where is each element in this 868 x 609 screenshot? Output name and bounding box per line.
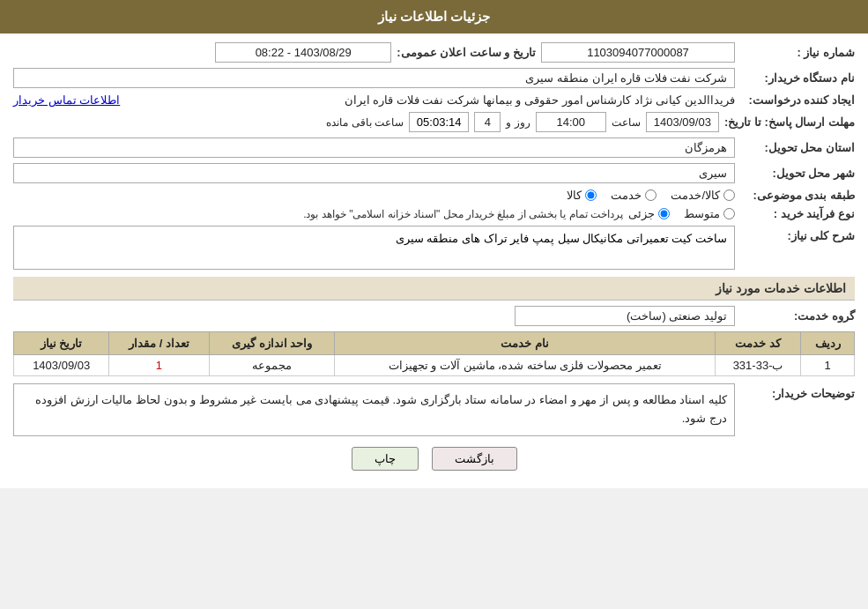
radio-kala[interactable] [585,189,597,201]
radio-service[interactable] [645,189,657,201]
kala-service-label: کالا/خدمت [671,189,720,202]
city-label: شهر محل تحویل: [740,167,855,180]
print-button[interactable]: چاپ [352,447,419,471]
deadline-days-value: 4 [474,112,501,132]
process-note: پرداخت تمام یا بخشی از مبلغ خریدار محل "… [303,208,623,220]
province-value: هرمزگان [13,137,735,158]
service-label: خدمت [611,189,642,202]
cell-quantity: 1 [109,355,209,376]
col-quantity: تعداد / مقدار [109,332,209,355]
category-service[interactable]: خدمت [611,189,657,202]
buyer-station-value: شرکت نفت فلات قاره ایران منطقه سیری [13,68,735,88]
col-row-num: ردیف [801,332,855,355]
need-number-value: 1103094077000087 [541,42,735,63]
process-partial[interactable]: جزئی [628,207,670,220]
service-group-value: تولید صنعتی (ساخت) [515,306,735,326]
category-label: طبقه بندی موضوعی: [740,189,855,202]
deadline-date-value: 1403/09/03 [646,112,719,132]
action-buttons: بازگشت چاپ [13,447,855,471]
cell-row-num: 1 [801,355,855,376]
process-label: نوع فرآیند خرید : [740,207,855,220]
process-medium[interactable]: متوسط [684,207,735,220]
cell-need-date: 1403/09/03 [14,355,109,376]
creator-value: فریداالدین کیانی نژاد کارشناس امور حقوقی… [125,93,735,107]
buyer-station-label: نام دستگاه خریدار: [740,71,855,85]
cell-service-name: تعمیر محصولات فلزی ساخته شده، ماشین آلات… [335,355,715,376]
back-button[interactable]: بازگشت [432,447,517,471]
response-deadline-label: مهلت ارسال پاسخ: تا تاریخ: [724,115,855,129]
province-label: استان محل تحویل: [740,141,855,154]
deadline-time-label: ساعت [612,116,641,129]
category-options: کالا/خدمت خدمت کالا [567,189,735,202]
deadline-remaining-label: ساعت باقی مانده [326,116,404,129]
kala-label: کالا [567,189,582,202]
need-number-label: شماره نیاز : [740,46,855,59]
announce-time-label: تاریخ و ساعت اعلان عمومی: [397,46,536,59]
table-row: 1 ب-33-331 تعمیر محصولات فلزی ساخته شده،… [14,355,855,376]
process-options: متوسط جزئی [628,207,735,220]
deadline-days-label: روز و [506,116,530,129]
page-title: جزئیات اطلاعات نیاز [0,0,868,33]
deadline-remaining-value: 05:03:14 [409,112,470,132]
description-label: شرح کلی نیاز: [740,229,855,242]
medium-label: متوسط [684,207,720,220]
category-kala[interactable]: کالا [567,189,597,202]
services-table: ردیف کد خدمت نام خدمت واحد اندازه گیری ت… [13,331,855,376]
radio-medium[interactable] [723,208,735,219]
creator-link[interactable]: اطلاعات تماس خریدار [13,93,120,107]
radio-kala-service[interactable] [723,189,735,201]
col-need-date: تاریخ نیاز [14,332,109,355]
city-value: سیری [13,163,735,183]
buyer-notes-value: کلیه اسناد مطالعه و پس از مهر و امضاء در… [13,383,735,436]
col-service-name: نام خدمت [335,332,715,355]
description-textarea[interactable] [13,226,735,270]
cell-unit: مجموعه [209,355,335,376]
col-unit: واحد اندازه گیری [209,332,335,355]
services-info-header: اطلاعات خدمات مورد نیاز [13,277,855,301]
announce-datetime-value: 1403/08/29 - 08:22 [215,42,391,63]
radio-partial[interactable] [658,208,670,219]
col-service-code: کد خدمت [715,332,800,355]
cell-service-code: ب-33-331 [715,355,800,376]
deadline-time-value: 14:00 [536,112,606,132]
buyer-notes-label: توضیحات خریدار: [740,387,855,400]
category-kala-service[interactable]: کالا/خدمت [671,189,735,202]
service-group-label: گروه خدمت: [740,309,855,323]
creator-label: ایجاد کننده درخواست: [740,93,855,107]
partial-label: جزئی [628,207,655,220]
